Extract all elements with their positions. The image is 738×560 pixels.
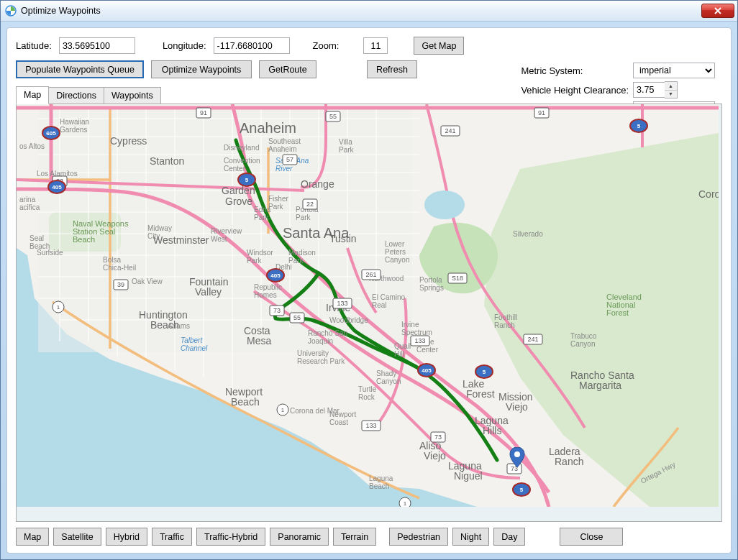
- map-view[interactable]: AnaheimSanta AnaCypressStantonOrangeGard…: [16, 104, 722, 522]
- zoom-input[interactable]: [363, 37, 388, 54]
- traffic-button[interactable]: Traffic: [152, 528, 192, 546]
- svg-text:Grove: Grove: [225, 196, 252, 207]
- svg-text:Park: Park: [254, 214, 270, 221]
- svg-text:arina: arina: [19, 196, 36, 203]
- svg-text:39: 39: [117, 281, 124, 288]
- hybrid-button[interactable]: Hybrid: [106, 528, 147, 546]
- longitude-input[interactable]: [214, 37, 290, 54]
- svg-text:Forest: Forest: [606, 308, 629, 317]
- refresh-button[interactable]: Refresh: [367, 60, 417, 78]
- svg-text:Westminster: Westminster: [153, 234, 209, 246]
- tab-map[interactable]: Map: [16, 86, 49, 104]
- get-route-button[interactable]: GetRoute: [259, 60, 316, 78]
- spinner-down[interactable]: ▼: [665, 91, 677, 98]
- svg-text:Convention: Convention: [224, 157, 260, 165]
- tab-waypoints[interactable]: Waypoints: [104, 87, 161, 104]
- pedestrian-button[interactable]: Pedestrian: [389, 528, 448, 546]
- vehicle-height-input[interactable]: [633, 82, 665, 98]
- svg-text:261: 261: [365, 271, 376, 278]
- svg-text:91: 91: [538, 109, 545, 116]
- svg-text:Gardens: Gardens: [60, 126, 87, 134]
- svg-text:Peters: Peters: [385, 248, 406, 256]
- svg-text:Research Park: Research Park: [297, 357, 345, 365]
- svg-text:Woodbridge: Woodbridge: [329, 316, 368, 324]
- svg-text:241: 241: [445, 127, 455, 134]
- svg-text:Garden: Garden: [222, 185, 255, 196]
- map-pin-icon: [509, 447, 525, 467]
- svg-text:Madison: Madison: [288, 249, 316, 257]
- svg-text:Fisher: Fisher: [268, 195, 288, 203]
- titlebar: Optimize Waypoints: [1, 1, 737, 22]
- day-button[interactable]: Day: [493, 528, 525, 546]
- svg-text:Riverview: Riverview: [211, 227, 242, 235]
- satellite-button[interactable]: Satellite: [53, 528, 101, 546]
- svg-text:Anaheim: Anaheim: [240, 120, 296, 136]
- svg-text:Mesa: Mesa: [247, 335, 271, 346]
- map-button[interactable]: Map: [16, 528, 49, 546]
- svg-text:Beach: Beach: [231, 396, 260, 408]
- svg-text:Homes: Homes: [254, 291, 277, 299]
- svg-text:Quail: Quail: [394, 342, 411, 350]
- svg-text:os Altos: os Altos: [19, 142, 45, 150]
- metric-system-select[interactable]: imperialmetric: [633, 63, 715, 78]
- svg-text:5: 5: [483, 369, 486, 375]
- svg-point-4: [424, 191, 465, 219]
- svg-text:Canyon: Canyon: [570, 340, 595, 348]
- svg-text:West: West: [211, 235, 227, 243]
- vehicle-height-spinner[interactable]: ▲▼: [633, 81, 679, 98]
- svg-text:Forest: Forest: [466, 388, 495, 400]
- window-close-button[interactable]: [701, 4, 734, 18]
- svg-text:Canyon: Canyon: [376, 377, 401, 385]
- svg-text:Irvine: Irvine: [401, 321, 419, 329]
- svg-text:Midway: Midway: [147, 224, 172, 232]
- spinner-up[interactable]: ▲: [665, 82, 677, 91]
- svg-text:Springs: Springs: [419, 284, 444, 292]
- close-button[interactable]: Close: [560, 528, 623, 546]
- svg-text:Trabuco: Trabuco: [570, 332, 597, 340]
- night-button[interactable]: Night: [452, 528, 489, 546]
- svg-text:1: 1: [281, 407, 285, 413]
- svg-text:405: 405: [52, 184, 62, 191]
- svg-text:Rock: Rock: [358, 393, 375, 401]
- svg-text:Spectrum: Spectrum: [401, 329, 432, 336]
- svg-text:Oak View: Oak View: [132, 277, 163, 285]
- populate-waypoints-button[interactable]: Populate Waypoints Queue: [16, 60, 144, 78]
- svg-text:133: 133: [337, 300, 347, 307]
- svg-text:Orange: Orange: [301, 178, 334, 190]
- svg-text:Republic: Republic: [254, 283, 282, 291]
- latitude-input[interactable]: [59, 37, 135, 54]
- svg-text:Surfside: Surfside: [37, 249, 63, 257]
- traffic-hybrid-button[interactable]: Traffic-Hybrid: [196, 528, 265, 546]
- svg-text:Beach: Beach: [73, 235, 95, 244]
- svg-text:Margarita: Margarita: [579, 380, 621, 391]
- vehicle-height-label: Vehicle Height Clearance:: [521, 85, 629, 96]
- svg-text:Silverado: Silverado: [513, 230, 543, 238]
- svg-text:Foothill: Foothill: [494, 313, 517, 321]
- svg-text:Ranch: Ranch: [555, 456, 583, 467]
- svg-text:1: 1: [57, 304, 60, 311]
- app-icon: [5, 5, 17, 17]
- tab-directions[interactable]: Directions: [48, 87, 104, 104]
- svg-point-177: [514, 451, 520, 457]
- svg-text:Channel: Channel: [181, 344, 208, 352]
- svg-text:Beach: Beach: [369, 482, 389, 490]
- svg-text:University: University: [297, 349, 329, 357]
- svg-text:73: 73: [273, 307, 281, 314]
- svg-text:Park: Park: [296, 214, 311, 221]
- svg-text:Park: Park: [339, 146, 355, 154]
- terrain-button[interactable]: Terrain: [333, 528, 376, 546]
- svg-text:Disneyland: Disneyland: [224, 144, 259, 152]
- svg-text:241: 241: [527, 336, 538, 343]
- svg-text:Stanton: Stanton: [150, 155, 184, 167]
- svg-text:Southeast: Southeast: [268, 137, 301, 145]
- svg-text:Hill: Hill: [394, 350, 404, 358]
- optimize-waypoints-button[interactable]: Optimize Waypoints: [151, 60, 252, 78]
- svg-text:57: 57: [286, 156, 293, 163]
- svg-text:El Camino: El Camino: [372, 293, 406, 301]
- svg-text:Cypress: Cypress: [110, 135, 147, 147]
- svg-text:Villa: Villa: [339, 138, 352, 146]
- panoramic-button[interactable]: Panoramic: [270, 528, 329, 546]
- svg-text:5: 5: [245, 177, 249, 183]
- svg-text:Newport: Newport: [329, 410, 356, 418]
- get-map-button[interactable]: Get Map: [414, 37, 464, 55]
